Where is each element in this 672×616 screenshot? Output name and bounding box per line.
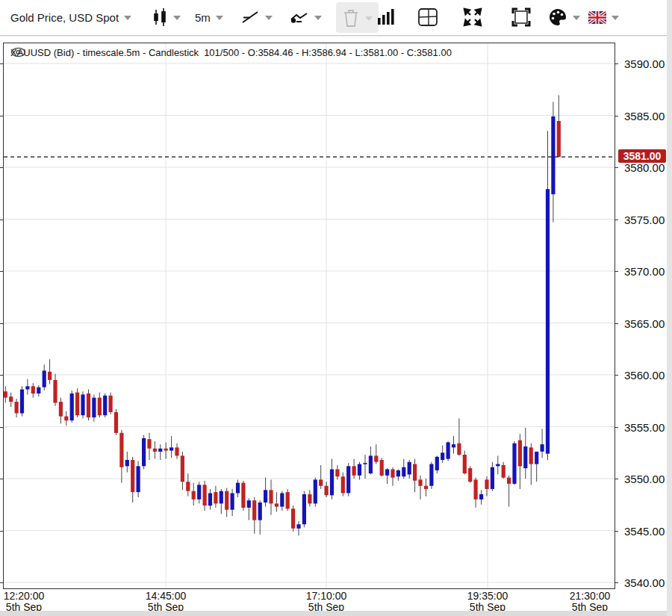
price-axis-label: 3570.00: [624, 265, 669, 278]
chevron-down-icon: [173, 16, 181, 20]
axis-tick: [615, 220, 618, 220]
volume-toggle-button[interactable]: [377, 0, 395, 34]
chevron-down-icon: [265, 16, 273, 20]
timeframe-label: 5m: [195, 11, 211, 24]
instrument-label: Gold Price, USD Spot: [10, 11, 119, 24]
price-axis-label: 3545.00: [624, 525, 669, 538]
expand-chart-button[interactable]: [462, 0, 483, 34]
price-axis-label: 3575.00: [624, 214, 669, 226]
current-price-badge: 3581.00: [618, 149, 666, 163]
crosshair-toggle-button[interactable]: [417, 0, 439, 34]
axis-tick: [615, 479, 618, 479]
axis-tick: [615, 323, 618, 324]
toolbar: Gold Price, USD Spot 5m: [0, 0, 672, 36]
price-axis-label: 3540.00: [624, 576, 669, 589]
indicator-zigzag-icon: [289, 8, 309, 26]
axis-tick: [0, 63, 3, 64]
axis-tick: [615, 582, 618, 583]
delete-drawings-button[interactable]: [336, 2, 379, 33]
axis-tick: [615, 116, 618, 116]
axis-tick: [615, 271, 618, 272]
axis-tick: [0, 427, 3, 428]
trendline-icon: [240, 8, 260, 26]
volume-bars-icon: [377, 7, 395, 27]
chevron-down-icon: [314, 16, 322, 20]
chevron-down-icon: [365, 16, 373, 21]
axis-tick: [0, 375, 3, 376]
axis-tick: [0, 116, 3, 116]
price-axis-label: 3565.00: [624, 317, 669, 330]
trash-icon: [342, 7, 360, 28]
uk-flag-icon: [588, 11, 606, 24]
instrument-selector[interactable]: Gold Price, USD Spot: [10, 0, 131, 34]
price-axis-label: 3555.00: [624, 421, 669, 434]
candlestick-plot[interactable]: [4, 43, 615, 588]
axis-tick: [0, 479, 3, 479]
timeframe-selector[interactable]: 5m: [195, 0, 223, 34]
fullscreen-frame-icon: [511, 7, 532, 28]
time-axis-label: 14:45:005th Sep: [130, 591, 202, 613]
theme-selector[interactable]: [548, 0, 580, 34]
crosshair-icon: [417, 7, 439, 28]
chart-plot-area[interactable]: XAUUSD (Bid) - timescale.5m - Candlestic…: [3, 43, 615, 589]
language-selector[interactable]: [588, 0, 619, 34]
axis-tick: [615, 531, 618, 532]
palette-icon: [548, 7, 567, 27]
chevron-down-icon: [124, 16, 131, 20]
chevron-down-icon: [612, 16, 619, 20]
axis-tick: [0, 323, 3, 324]
axis-tick: [615, 427, 618, 428]
axis-tick: [0, 582, 3, 583]
axis-tick: [0, 531, 3, 532]
axis-tick: [0, 271, 3, 272]
eye-icon[interactable]: [10, 47, 26, 57]
fullscreen-button[interactable]: [511, 0, 532, 34]
chart-application-window: Gold Price, USD Spot 5m: [0, 0, 672, 616]
price-axis-label: 3585.00: [624, 110, 669, 122]
price-axis-label: 3560.00: [624, 369, 669, 382]
time-axis-label: 12:20:005th Sep: [0, 591, 60, 613]
expand-arrows-icon: [462, 7, 483, 28]
candlestick-icon: [152, 7, 168, 28]
time-axis-label: 19:35:005th Sep: [452, 591, 523, 613]
time-axis-label: 21:30:005th Sep: [554, 591, 626, 613]
right-edge-strip: [667, 0, 672, 616]
axis-tick: [615, 63, 618, 64]
chevron-down-icon: [573, 16, 580, 20]
series-label: XAUUSD (Bid) - timescale.5m - Candlestic…: [10, 47, 199, 58]
axis-tick: [615, 167, 618, 168]
price-axis-label: 3580.00: [624, 161, 669, 174]
axis-tick: [0, 167, 3, 168]
ohlc-readout: 101/500 - O:3584.46 - H:3586.94 - L:3581…: [204, 47, 452, 58]
chevron-down-icon: [216, 16, 223, 20]
indicators-selector[interactable]: [289, 0, 322, 34]
axis-tick: [0, 220, 3, 220]
chart-header: XAUUSD (Bid) - timescale.5m - Candlestic…: [10, 47, 452, 58]
axis-tick: [615, 375, 618, 376]
price-axis-label: 3550.00: [624, 473, 669, 485]
price-axis-label: 3590.00: [624, 57, 669, 70]
line-studies-selector[interactable]: [240, 0, 273, 34]
bottom-edge-strip: [0, 611, 672, 616]
chart-type-selector[interactable]: [152, 0, 181, 34]
time-axis-label: 17:10:005th Sep: [290, 591, 362, 613]
